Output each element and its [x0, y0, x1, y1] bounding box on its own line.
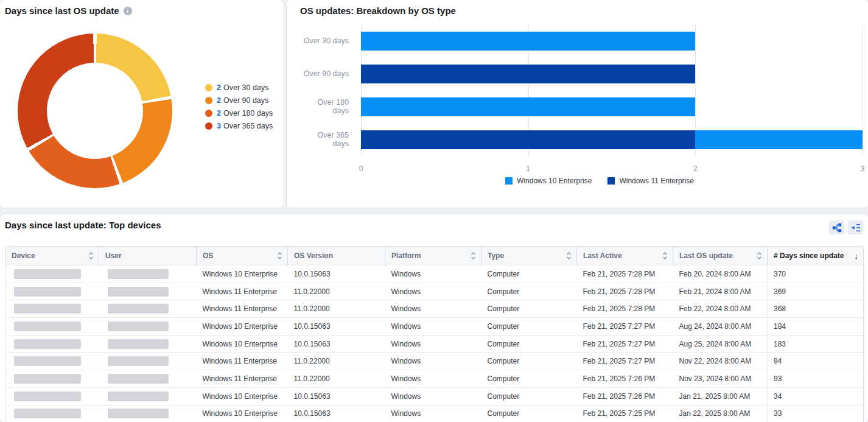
cell-platform: Windows — [385, 387, 481, 405]
legend-swatch — [205, 122, 212, 130]
column-header-days-since-update[interactable]: # Days since update↓ — [768, 247, 864, 266]
cell-os-version: 11.0.22000 — [288, 283, 385, 300]
table-row[interactable]: Windows 11 Enterprise11.0.22000WindowsCo… — [5, 283, 864, 300]
cell-os-version: 11.0.22000 — [288, 353, 385, 370]
cell-platform: Windows — [385, 405, 481, 422]
visualization-switch-button[interactable] — [829, 220, 844, 234]
redacted-device-value — [14, 409, 81, 418]
table-row[interactable]: Windows 10 Enterprise10.0.15063WindowsCo… — [5, 318, 864, 336]
table-row[interactable]: Windows 10 Enterprise10.0.15063WindowsCo… — [5, 335, 864, 353]
x-tick-label: 2 — [693, 164, 698, 173]
cell-days-since-update: 184 — [768, 318, 864, 336]
table-toolbar — [829, 220, 863, 234]
column-header-device[interactable]: Device — [5, 247, 99, 266]
bar-segment-windows-11-enterprise[interactable] — [361, 65, 695, 83]
cell-platform: Windows — [385, 318, 481, 336]
redacted-device-value — [14, 374, 81, 384]
cell-type: Computer — [481, 370, 577, 388]
dashboard-page: Days since last OS update i 2Over 30 day… — [0, 0, 868, 422]
cell-device — [5, 318, 99, 336]
column-header-label: Platform — [391, 251, 421, 260]
info-icon[interactable]: i — [124, 7, 132, 15]
bar-row-over-90-days: Over 90 days — [361, 57, 863, 90]
bar-segment-windows-10-enterprise[interactable] — [361, 32, 695, 51]
cell-platform: Windows — [385, 300, 481, 318]
legend-value: 2 — [217, 109, 221, 118]
cell-platform: Windows — [385, 353, 481, 370]
column-header-last-active[interactable]: Last Active — [577, 247, 673, 266]
cell-days-since-update: 370 — [768, 266, 864, 283]
table-row[interactable]: Windows 10 Enterprise10.0.15063WindowsCo… — [5, 266, 864, 283]
legend-label: Over 30 days — [223, 83, 268, 92]
cell-os-version: 11.0.22000 — [288, 370, 385, 388]
table-row[interactable]: Windows 11 Enterprise11.0.22000WindowsCo… — [5, 370, 864, 388]
cell-device — [5, 335, 99, 353]
column-header-last-os-update[interactable]: Last OS update — [673, 247, 768, 266]
cell-last-active: Feb 21, 2025 7:27 PM — [577, 353, 673, 370]
cell-last-active: Feb 21, 2025 7:27 PM — [577, 335, 673, 353]
cell-type: Computer — [481, 405, 577, 422]
bar-segment-windows-11-enterprise[interactable] — [361, 130, 695, 149]
bar-segment-windows-10-enterprise[interactable] — [695, 130, 863, 149]
legend-swatch — [607, 177, 615, 185]
cell-last-active: Feb 21, 2025 7:28 PM — [577, 283, 673, 300]
bar-legend-item-windows-10-enterprise[interactable]: Windows 10 Enterprise — [505, 177, 592, 185]
donut-chart[interactable] — [18, 33, 172, 188]
table-panel-title: Days since last update: Top devices — [5, 219, 161, 231]
cell-days-since-update: 34 — [768, 387, 864, 405]
cell-last-os-update: Nov 23, 2024 8:00 AM — [673, 370, 768, 388]
cell-type: Computer — [481, 318, 577, 336]
legend-swatch — [205, 84, 212, 91]
bar-row-over-30-days: Over 30 days — [361, 24, 863, 57]
donut-legend-item-over-365-days[interactable]: 3Over 365 days — [205, 122, 273, 130]
x-tick-label: 3 — [861, 164, 865, 173]
donut-legend-item-over-30-days[interactable]: 2Over 30 days — [205, 83, 273, 92]
legend-swatch — [205, 97, 212, 104]
donut-legend-item-over-90-days[interactable]: 2Over 90 days — [205, 96, 273, 105]
cell-user — [99, 266, 197, 283]
column-header-platform[interactable]: Platform — [385, 247, 481, 266]
cell-os: Windows 11 Enterprise — [197, 353, 288, 370]
cell-os: Windows 10 Enterprise — [197, 387, 288, 405]
redacted-user-value — [108, 269, 169, 279]
top-devices-table: DeviceUserOSOS VersionPlatformTypeLast A… — [5, 246, 864, 422]
cell-last-active: Feb 21, 2025 7:26 PM — [577, 387, 673, 405]
cell-last-os-update: Jan 21, 2025 8:00 AM — [673, 387, 768, 405]
cell-days-since-update: 368 — [768, 300, 864, 318]
cell-last-active: Feb 21, 2025 7:28 PM — [577, 300, 673, 318]
sort-carets-icon — [566, 251, 572, 260]
x-tick-label: 1 — [526, 164, 530, 173]
redacted-device-value — [14, 269, 81, 279]
cell-platform: Windows — [385, 266, 481, 283]
column-header-type[interactable]: Type — [481, 247, 577, 266]
column-header-os[interactable]: OS — [197, 247, 288, 266]
bar-legend-item-windows-11-enterprise[interactable]: Windows 11 Enterprise — [607, 177, 694, 185]
redacted-user-value — [108, 304, 169, 314]
table-row[interactable]: Windows 11 Enterprise11.0.22000WindowsCo… — [5, 300, 864, 318]
cell-last-active: Feb 21, 2025 7:27 PM — [577, 318, 673, 336]
bar-row-over-180-days: Over 180 days — [361, 90, 863, 123]
sort-carets-icon — [662, 251, 668, 260]
bar-category-label: Over 365 days — [300, 131, 349, 148]
cell-os: Windows 10 Enterprise — [197, 335, 288, 353]
column-header-os-version: OS Version — [288, 247, 385, 266]
column-header-label: Last Active — [583, 251, 622, 260]
table-row[interactable]: Windows 11 Enterprise11.0.22000WindowsCo… — [5, 353, 864, 370]
table-row[interactable]: Windows 10 Enterprise10.0.15063WindowsCo… — [5, 405, 864, 422]
bar-segment-windows-10-enterprise[interactable] — [361, 97, 695, 116]
cell-os: Windows 10 Enterprise — [197, 405, 288, 422]
open-in-list-button[interactable] — [848, 220, 863, 234]
legend-label: Over 365 days — [223, 122, 273, 130]
cell-os-version: 10.0.15063 — [288, 266, 385, 283]
gridline — [863, 24, 863, 156]
cell-platform: Windows — [385, 370, 481, 388]
cell-os-version: 10.0.15063 — [288, 335, 385, 353]
cell-last-os-update: Feb 20, 2024 8:00 AM — [673, 266, 768, 283]
donut-legend-item-over-180-days[interactable]: 2Over 180 days — [205, 109, 273, 118]
column-header-label: OS — [203, 251, 213, 260]
table-row[interactable]: Windows 10 Enterprise10.0.15063WindowsCo… — [5, 387, 864, 405]
bar-legend: Windows 10 EnterpriseWindows 11 Enterpri… — [337, 177, 863, 185]
table-body: Windows 10 Enterprise10.0.15063WindowsCo… — [5, 266, 864, 422]
legend-value: 3 — [217, 122, 221, 130]
cell-last-os-update: Feb 22, 2024 8:00 AM — [673, 300, 768, 318]
